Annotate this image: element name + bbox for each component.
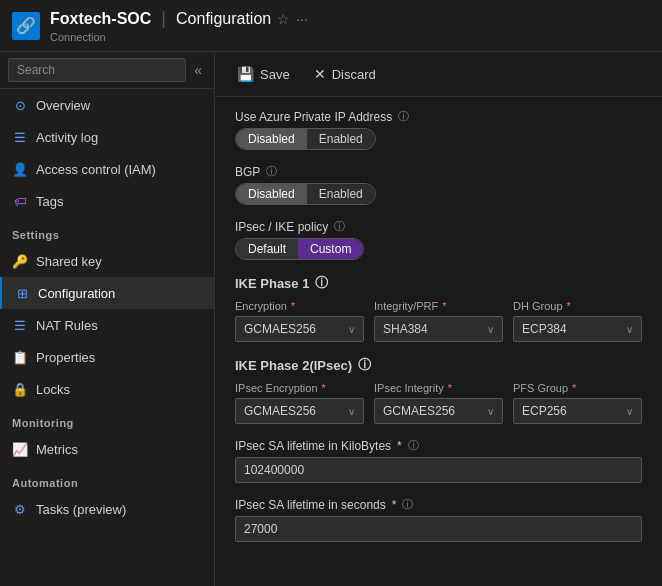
sidebar-label-shared-key: Shared key [36,254,102,269]
overview-icon: ⊙ [12,97,28,113]
resource-type-label: Connection [50,31,308,43]
sidebar-item-nat-rules[interactable]: ☰ NAT Rules [0,309,214,341]
sidebar-label-activity-log: Activity log [36,130,98,145]
properties-icon: 📋 [12,349,28,365]
content-area: 💾 Save ✕ Discard Use Azure Private IP Ad… [215,52,662,586]
bgp-info-icon[interactable]: ⓘ [266,164,277,179]
discard-icon: ✕ [314,66,326,82]
content-toolbar: 💾 Save ✕ Discard [215,52,662,97]
more-options-icon[interactable]: ··· [296,11,308,27]
sidebar-item-activity-log[interactable]: ☰ Activity log [0,121,214,153]
locks-icon: 🔒 [12,381,28,397]
bgp-disabled-button[interactable]: Disabled [236,184,307,204]
sa-lifetime-kb-input[interactable] [235,457,642,483]
azure-ip-toggle-group: Disabled Enabled [235,128,376,150]
azure-ip-info-icon[interactable]: ⓘ [398,109,409,124]
sidebar-label-overview: Overview [36,98,90,113]
ike-phase1-title: IKE Phase 1 ⓘ [235,274,642,292]
ipsec-default-button[interactable]: Default [236,239,298,259]
ipsec-encryption-select[interactable]: GCMAES256 ∨ [235,398,364,424]
pfs-group-col: PFS Group * ECP256 ∨ [513,382,642,424]
sidebar-item-locks[interactable]: 🔒 Locks [0,373,214,405]
ike-phase1-info-icon[interactable]: ⓘ [315,274,328,292]
integrity-arrow: ∨ [487,324,494,335]
header-separator: | [161,8,166,29]
ipsec-policy-label: IPsec / IKE policy ⓘ [235,219,642,234]
sidebar-label-nat-rules: NAT Rules [36,318,98,333]
ipsec-encryption-label: IPsec Encryption * [235,382,364,394]
azure-ip-field: Use Azure Private IP Address ⓘ Disabled … [235,109,642,150]
discard-label: Discard [332,67,376,82]
sidebar-label-tasks: Tasks (preview) [36,502,126,517]
app-icon: 🔗 [12,12,40,40]
page-title: Configuration [176,10,271,28]
sidebar-item-properties[interactable]: 📋 Properties [0,341,214,373]
pfs-group-label: PFS Group * [513,382,642,394]
nat-rules-icon: ☰ [12,317,28,333]
ipsec-encryption-required: * [322,382,326,394]
sidebar-label-properties: Properties [36,350,95,365]
favorite-icon[interactable]: ☆ [277,11,290,27]
configuration-icon: ⊞ [14,285,30,301]
sidebar-item-metrics[interactable]: 📈 Metrics [0,433,214,465]
sa-lifetime-kb-label: IPsec SA lifetime in KiloBytes * ⓘ [235,438,642,453]
bgp-field: BGP ⓘ Disabled Enabled [235,164,642,205]
dh-group-label: DH Group * [513,300,642,312]
save-icon: 💾 [237,66,254,82]
ipsec-encryption-col: IPsec Encryption * GCMAES256 ∨ [235,382,364,424]
azure-ip-disabled-button[interactable]: Disabled [236,129,307,149]
sidebar-item-tasks[interactable]: ⚙ Tasks (preview) [0,493,214,525]
sa-lifetime-kb-required: * [397,439,402,453]
sa-lifetime-sec-info-icon[interactable]: ⓘ [402,497,413,512]
ike-phase2-grid: IPsec Encryption * GCMAES256 ∨ IPsec Int… [235,382,642,424]
pfs-group-select[interactable]: ECP256 ∨ [513,398,642,424]
sa-lifetime-kb-field: IPsec SA lifetime in KiloBytes * ⓘ [235,438,642,483]
azure-ip-enabled-button[interactable]: Enabled [307,129,375,149]
sa-lifetime-kb-info-icon[interactable]: ⓘ [408,438,419,453]
ipsec-integrity-label: IPsec Integrity * [374,382,503,394]
app-header: 🔗 Foxtech-SOC | Configuration ☆ ··· Conn… [0,0,662,52]
ike-phase2-field: IKE Phase 2(IPsec) ⓘ IPsec Encryption * … [235,356,642,424]
resource-name: Foxtech-SOC [50,10,151,28]
pfs-group-arrow: ∨ [626,406,633,417]
ipsec-policy-field: IPsec / IKE policy ⓘ Default Custom [235,219,642,260]
ipsec-custom-button[interactable]: Custom [298,239,363,259]
metrics-icon: 📈 [12,441,28,457]
encryption-select[interactable]: GCMAES256 ∨ [235,316,364,342]
sidebar-nav: ⊙ Overview ☰ Activity log 👤 Access contr… [0,89,214,586]
ipsec-integrity-col: IPsec Integrity * GCMAES256 ∨ [374,382,503,424]
sidebar-item-overview[interactable]: ⊙ Overview [0,89,214,121]
integrity-label: Integrity/PRF * [374,300,503,312]
dh-group-select[interactable]: ECP384 ∨ [513,316,642,342]
azure-ip-label: Use Azure Private IP Address ⓘ [235,109,642,124]
sidebar-label-locks: Locks [36,382,70,397]
search-input[interactable] [8,58,186,82]
ike-phase2-info-icon[interactable]: ⓘ [358,356,371,374]
ipsec-integrity-select[interactable]: GCMAES256 ∨ [374,398,503,424]
sidebar: « ⊙ Overview ☰ Activity log 👤 Access con… [0,52,215,586]
integrity-select[interactable]: SHA384 ∨ [374,316,503,342]
activity-log-icon: ☰ [12,129,28,145]
configuration-form: Use Azure Private IP Address ⓘ Disabled … [215,97,662,568]
save-label: Save [260,67,290,82]
sidebar-item-tags[interactable]: 🏷 Tags [0,185,214,217]
ipsec-encryption-arrow: ∨ [348,406,355,417]
discard-button[interactable]: ✕ Discard [308,62,382,86]
sidebar-item-configuration[interactable]: ⊞ Configuration [0,277,214,309]
sa-lifetime-sec-input[interactable] [235,516,642,542]
tags-icon: 🏷 [12,193,28,209]
collapse-sidebar-button[interactable]: « [190,58,206,82]
sidebar-item-shared-key[interactable]: 🔑 Shared key [0,245,214,277]
save-button[interactable]: 💾 Save [231,62,296,86]
dh-group-arrow: ∨ [626,324,633,335]
bgp-enabled-button[interactable]: Enabled [307,184,375,204]
access-control-icon: 👤 [12,161,28,177]
encryption-required: * [291,300,295,312]
integrity-col: Integrity/PRF * SHA384 ∨ [374,300,503,342]
pfs-group-required: * [572,382,576,394]
ipsec-integrity-required: * [448,382,452,394]
sidebar-item-access-control[interactable]: 👤 Access control (IAM) [0,153,214,185]
ipsec-info-icon[interactable]: ⓘ [334,219,345,234]
settings-section-label: Settings [0,217,214,245]
automation-section-label: Automation [0,465,214,493]
